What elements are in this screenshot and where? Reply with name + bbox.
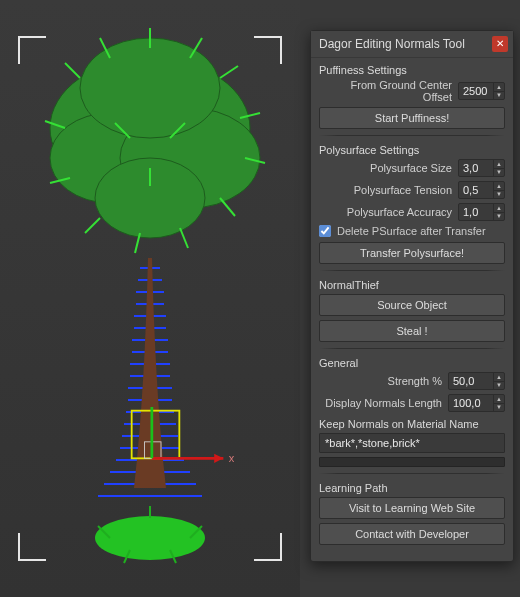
group-learning: Learning Path Visit to Learning Web Site…: [319, 480, 505, 545]
spinner-down-icon[interactable]: ▼: [494, 92, 504, 100]
spinner-down-icon[interactable]: ▼: [494, 191, 504, 199]
poly-size-label: Polysurface Size: [319, 162, 452, 174]
group-title: General: [319, 355, 505, 372]
normals-length-label: Display Normals Length: [319, 397, 442, 409]
keep-normals-input[interactable]: [319, 433, 505, 453]
spinner-down-icon[interactable]: ▼: [494, 382, 504, 390]
normals-length-input[interactable]: [449, 395, 493, 411]
strength-input[interactable]: [449, 373, 493, 389]
group-title: Learning Path: [319, 480, 505, 497]
poly-tension-spinner[interactable]: ▲▼: [458, 181, 505, 199]
group-title: NormalThief: [319, 277, 505, 294]
spinner-up-icon[interactable]: ▲: [494, 160, 504, 169]
svg-point-23: [80, 38, 220, 138]
group-general: General Strength % ▲▼ Display Normals Le…: [319, 355, 505, 467]
offset-spinner[interactable]: ▲▼: [458, 82, 505, 100]
delete-psurface-label: Delete PSurface after Transfer: [337, 225, 486, 237]
contact-developer-button[interactable]: Contact with Developer: [319, 523, 505, 545]
group-polysurface: Polysurface Settings Polysurface Size ▲▼…: [319, 142, 505, 264]
poly-size-spinner[interactable]: ▲▼: [458, 159, 505, 177]
group-title: Puffiness Settings: [319, 62, 505, 79]
start-puffiness-button[interactable]: Start Puffiness!: [319, 107, 505, 129]
viewport[interactable]: x y: [0, 0, 300, 597]
svg-line-25: [65, 63, 80, 78]
offset-label: From Ground Center Offset: [319, 79, 452, 103]
keep-normals-label: Keep Normals on Material Name: [319, 416, 505, 433]
offset-input[interactable]: [459, 83, 493, 99]
poly-tension-input[interactable]: [459, 182, 493, 198]
group-normalthief: NormalThief Source Object Steal !: [319, 277, 505, 342]
progress-bar: [319, 457, 505, 467]
visit-website-button[interactable]: Visit to Learning Web Site: [319, 497, 505, 519]
svg-line-29: [220, 66, 238, 78]
group-puffiness: Puffiness Settings From Ground Center Of…: [319, 62, 505, 129]
group-title: Polysurface Settings: [319, 142, 505, 159]
normals-length-spinner[interactable]: ▲▼: [448, 394, 505, 412]
panel-title: Dagor Editing Normals Tool: [319, 37, 465, 51]
source-object-button[interactable]: Source Object: [319, 294, 505, 316]
poly-accuracy-spinner[interactable]: ▲▼: [458, 203, 505, 221]
tool-panel: Dagor Editing Normals Tool ✕ Puffiness S…: [310, 30, 514, 562]
poly-accuracy-input[interactable]: [459, 204, 493, 220]
spinner-down-icon[interactable]: ▼: [494, 213, 504, 221]
delete-psurface-checkbox[interactable]: [319, 225, 331, 237]
spinner-up-icon[interactable]: ▲: [494, 395, 504, 404]
close-icon: ✕: [496, 39, 504, 49]
spinner-up-icon[interactable]: ▲: [494, 373, 504, 382]
close-button[interactable]: ✕: [492, 36, 508, 52]
steal-button[interactable]: Steal !: [319, 320, 505, 342]
spinner-up-icon[interactable]: ▲: [494, 204, 504, 213]
spinner-down-icon[interactable]: ▼: [494, 404, 504, 412]
delete-psurface-row[interactable]: Delete PSurface after Transfer: [319, 225, 505, 237]
panel-titlebar[interactable]: Dagor Editing Normals Tool ✕: [311, 31, 513, 58]
strength-label: Strength %: [319, 375, 442, 387]
transfer-polysurface-button[interactable]: Transfer Polysurface!: [319, 242, 505, 264]
poly-tension-label: Polysurface Tension: [319, 184, 452, 196]
tree-render: [20, 18, 280, 578]
svg-point-41: [95, 516, 205, 560]
poly-size-input[interactable]: [459, 160, 493, 176]
spinner-down-icon[interactable]: ▼: [494, 169, 504, 177]
spinner-up-icon[interactable]: ▲: [494, 182, 504, 191]
svg-line-33: [180, 228, 188, 248]
strength-spinner[interactable]: ▲▼: [448, 372, 505, 390]
spinner-up-icon[interactable]: ▲: [494, 83, 504, 92]
svg-line-35: [85, 218, 100, 233]
poly-accuracy-label: Polysurface Accuracy: [319, 206, 452, 218]
